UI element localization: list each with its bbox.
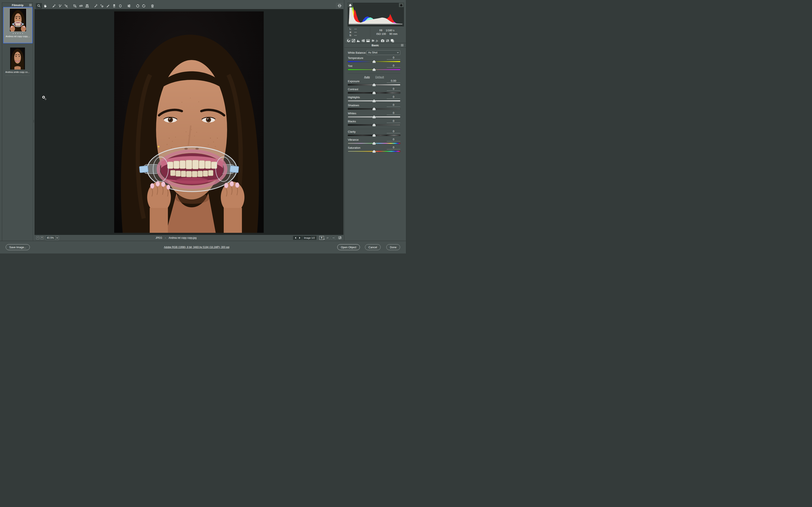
slider-thumb[interactable] xyxy=(372,100,375,102)
highlight-clipping-warning-icon[interactable] xyxy=(399,3,404,7)
radial-filter-tool[interactable] xyxy=(117,3,123,8)
slider-thumb[interactable] xyxy=(372,116,375,118)
slider-value-field[interactable]: 0 xyxy=(387,130,400,133)
slider-label: Temperature xyxy=(348,56,387,60)
tab-camera-calibration[interactable] xyxy=(380,38,385,43)
slider-value-field[interactable]: 0 xyxy=(387,103,400,107)
tab-basic[interactable] xyxy=(346,38,351,43)
tab-detail[interactable] xyxy=(356,38,361,43)
slider-value-field[interactable]: 0 xyxy=(387,146,400,149)
slider-track[interactable] xyxy=(348,60,400,63)
resize-grip-icon xyxy=(34,120,34,122)
slider-thumb[interactable] xyxy=(372,124,375,126)
filmstrip-menu-icon[interactable] xyxy=(29,4,32,7)
tab-snapshots[interactable] xyxy=(390,38,395,43)
zoom-level-select[interactable]: 40.5% xyxy=(45,236,59,240)
slider-label: Vibrance xyxy=(348,138,387,141)
filmstrip-thumbnail-2[interactable]: Andrea smile copy co... xyxy=(2,46,33,76)
panel-tabs: fx xyxy=(345,38,406,43)
image-nav-arrows xyxy=(293,236,302,240)
slider-thumb[interactable] xyxy=(372,150,375,153)
shadow-clipping-warning-icon[interactable] xyxy=(348,3,353,7)
graduated-filter-tool[interactable] xyxy=(111,3,117,8)
adjustment-brush-tool[interactable] xyxy=(105,3,111,8)
transform-tool[interactable] xyxy=(84,3,90,8)
image-canvas[interactable] xyxy=(35,9,343,235)
spot-removal-tool[interactable] xyxy=(93,3,99,8)
slider-thumb[interactable] xyxy=(372,60,375,63)
open-object-button[interactable]: Open Object xyxy=(337,244,360,250)
slider-track[interactable] xyxy=(348,150,400,153)
tab-presets[interactable] xyxy=(385,38,390,43)
slider-track[interactable] xyxy=(348,123,400,127)
color-sampler-tool[interactable] xyxy=(57,3,63,8)
toggle-filmstrip-button[interactable] xyxy=(336,3,343,9)
white-balance-select[interactable]: As Shot xyxy=(366,50,400,55)
exif-readout: f/81/160 s ISO 10090 mm xyxy=(370,27,403,37)
slider-value-field[interactable]: 0 xyxy=(387,111,400,115)
rotate-ccw-icon[interactable] xyxy=(135,3,140,8)
done-button[interactable]: Done xyxy=(386,244,400,250)
tab-hsl-grayscale[interactable] xyxy=(361,38,366,43)
slider-thumb[interactable] xyxy=(372,108,375,110)
targeted-adjustment-tool[interactable] xyxy=(63,3,69,8)
previous-image-button[interactable] xyxy=(293,236,298,240)
lab-b-label: b: xyxy=(350,34,354,37)
next-image-button[interactable] xyxy=(298,236,302,240)
slider-track[interactable] xyxy=(348,142,400,145)
slider-thumb[interactable] xyxy=(372,68,375,71)
histogram[interactable] xyxy=(348,3,404,26)
delete-trash-icon[interactable] xyxy=(150,3,155,8)
tab-tone-curve[interactable] xyxy=(351,38,356,43)
slider-value-field[interactable]: 0 xyxy=(387,56,400,60)
slider-track[interactable] xyxy=(348,83,400,87)
tab-lens-corrections[interactable] xyxy=(370,38,375,43)
slider-thumb[interactable] xyxy=(372,83,375,86)
preferences-tool[interactable] xyxy=(126,3,132,8)
blacks-slider: Blacks 0 xyxy=(348,120,400,127)
slider-thumb[interactable] xyxy=(372,92,375,94)
white-balance-eyedropper-tool[interactable] xyxy=(51,3,57,8)
slider-label: Highlights xyxy=(348,96,387,99)
copy-settings-button[interactable] xyxy=(331,236,336,240)
zoom-tool[interactable] xyxy=(36,3,42,9)
swap-before-after-button[interactable] xyxy=(325,236,330,240)
cancel-button[interactable]: Cancel xyxy=(365,244,380,250)
canvas-column: − + 40.5% JPEG - Andrea ret copy copy.jp… xyxy=(35,3,343,241)
filmstrip-panel: Filmstrip xyxy=(2,3,34,241)
red-eye-removal-tool[interactable] xyxy=(99,3,105,8)
slider-track[interactable] xyxy=(348,133,400,137)
filmstrip-thumbnail-1[interactable]: Andrea ret copy copy.... xyxy=(3,7,33,43)
slider-thumb[interactable] xyxy=(372,142,375,145)
lab-a-value: --- xyxy=(354,31,357,34)
slider-value-field[interactable]: 0 xyxy=(387,64,400,68)
slider-value-field[interactable]: 0 xyxy=(387,95,400,99)
slider-thumb[interactable] xyxy=(372,134,375,137)
slider-track[interactable] xyxy=(348,68,400,71)
file-separator: - xyxy=(165,236,166,239)
slider-value-field[interactable]: 0 xyxy=(387,87,400,91)
auto-link[interactable]: Auto xyxy=(364,75,370,78)
straighten-tool[interactable] xyxy=(78,3,84,8)
slider-track[interactable] xyxy=(348,115,400,119)
crop-tool[interactable] xyxy=(72,3,78,8)
workflow-options-link[interactable]: Adobe RGB (1998); 8 bit; 3483 by 5184 (1… xyxy=(0,246,393,249)
thumbnail-1-rating-dots[interactable] xyxy=(4,33,32,34)
hand-tool[interactable] xyxy=(43,3,48,8)
slider-value-field[interactable]: 0 xyxy=(387,119,400,123)
zoom-out-button[interactable]: − xyxy=(36,236,39,239)
tab-effects[interactable]: fx xyxy=(375,38,380,43)
rotate-cw-icon[interactable] xyxy=(141,3,147,8)
slider-track[interactable] xyxy=(348,107,400,111)
zoom-in-button[interactable]: + xyxy=(40,236,44,239)
adjustments-panel: L:--- a:--- b:--- f/81/160 s ISO 10090 m… xyxy=(344,0,406,241)
default-link[interactable]: Default xyxy=(375,75,384,78)
before-after-view-button[interactable]: Y xyxy=(319,236,324,240)
slider-value-field[interactable]: 0 xyxy=(387,138,400,141)
tab-split-toning[interactable] xyxy=(366,38,370,43)
slider-track[interactable] xyxy=(348,99,400,103)
slider-value-field[interactable]: 0.00 xyxy=(387,79,400,83)
basic-panel-menu-icon[interactable] xyxy=(401,44,403,47)
slider-track[interactable] xyxy=(348,91,400,95)
preview-preferences-icon[interactable] xyxy=(338,236,342,239)
